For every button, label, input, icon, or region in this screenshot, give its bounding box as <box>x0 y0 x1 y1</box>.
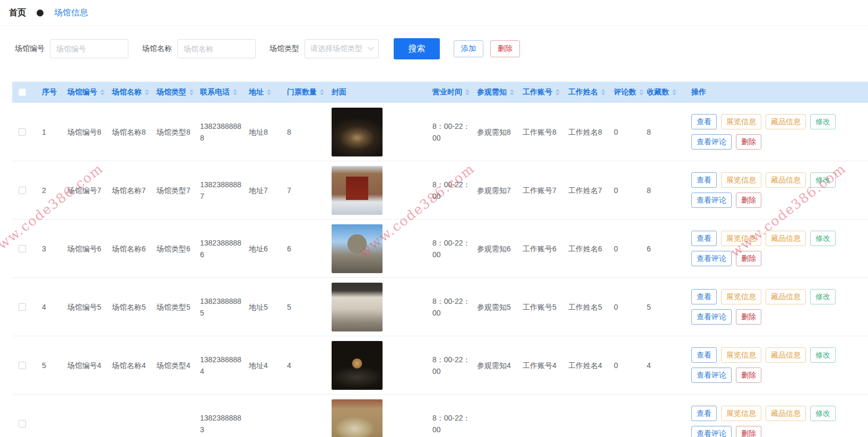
header-favorites[interactable]: 收藏数 <box>640 88 685 97</box>
cell-venue-no: 场馆编号4 <box>61 360 106 371</box>
cell-venue-name: 场馆名称8 <box>106 126 150 138</box>
venue-name-input[interactable] <box>177 39 256 58</box>
view-comments-button[interactable]: 查看评论 <box>691 309 732 325</box>
exhibition-info-button[interactable]: 展览信息 <box>721 289 761 304</box>
sort-icon[interactable] <box>233 89 237 95</box>
exhibition-info-button[interactable]: 展览信息 <box>721 231 761 246</box>
view-comments-button[interactable]: 查看评论 <box>691 251 732 266</box>
row-checkbox[interactable] <box>19 303 26 311</box>
cell-address: 地址6 <box>242 243 281 255</box>
breadcrumb: 首页 场馆信息 <box>0 0 868 26</box>
cell-hours: 8：00-22：00 <box>426 295 471 319</box>
exhibition-info-button[interactable]: 展览信息 <box>721 347 761 363</box>
view-button[interactable]: 查看 <box>691 406 717 421</box>
view-button[interactable]: 查看 <box>691 289 717 304</box>
header-account[interactable]: 工作账号 <box>516 88 562 97</box>
sort-icon[interactable] <box>465 89 470 95</box>
breadcrumb-current-link[interactable]: 场馆信息 <box>54 7 88 19</box>
row-checkbox[interactable] <box>19 187 26 194</box>
delete-button[interactable]: 删除 <box>736 309 761 325</box>
cell-venue-no: 场馆编号7 <box>61 185 106 196</box>
header-venue-no[interactable]: 场馆编号 <box>61 88 106 97</box>
view-comments-button[interactable]: 查看评论 <box>691 134 732 150</box>
view-button[interactable]: 查看 <box>691 172 717 188</box>
cell-comments: 0 <box>607 360 640 371</box>
venue-no-input[interactable] <box>50 39 128 58</box>
edit-button[interactable]: 修改 <box>810 347 836 363</box>
header-hours[interactable]: 营业时间 <box>426 88 471 97</box>
sort-icon[interactable] <box>510 89 514 95</box>
edit-button[interactable]: 修改 <box>810 231 836 246</box>
row-checkbox[interactable] <box>19 362 26 369</box>
delete-button[interactable]: 删除 <box>736 193 761 208</box>
venue-type-select[interactable]: 请选择场馆类型 <box>305 39 379 58</box>
delete-button[interactable]: 删除 <box>736 368 761 383</box>
exhibition-info-button[interactable]: 展览信息 <box>721 406 761 421</box>
cover-image <box>332 108 383 156</box>
header-phone[interactable]: 联系电话 <box>194 88 242 97</box>
exhibition-info-button[interactable]: 展览信息 <box>721 114 761 129</box>
sort-icon[interactable] <box>145 89 149 95</box>
view-button[interactable]: 查看 <box>691 347 717 363</box>
row-checkbox[interactable] <box>19 420 26 427</box>
cell-favorites: 4 <box>640 360 685 371</box>
header-comments[interactable]: 评论数 <box>607 88 640 97</box>
cell-phone: 13823888884 <box>194 354 242 377</box>
add-button[interactable]: 添加 <box>454 40 483 57</box>
delete-selected-button[interactable]: 删除 <box>490 40 520 57</box>
view-comments-button[interactable]: 查看评论 <box>691 193 732 208</box>
edit-button[interactable]: 修改 <box>810 114 836 129</box>
row-checkbox[interactable] <box>19 128 26 136</box>
sort-icon[interactable] <box>672 89 676 95</box>
row-checkbox[interactable] <box>19 245 26 252</box>
header-cover: 封面 <box>325 88 426 97</box>
edit-button[interactable]: 修改 <box>810 172 836 188</box>
cell-hours: 8：00-22：00 <box>426 354 471 377</box>
cell-account: 工作账号8 <box>516 126 562 138</box>
cell-favorites: 8 <box>640 185 685 196</box>
cell-venue-type: 场馆类型6 <box>150 243 194 255</box>
search-button[interactable]: 搜索 <box>394 38 440 59</box>
collection-info-button[interactable]: 藏品信息 <box>766 231 806 246</box>
header-tickets[interactable]: 门票数量 <box>281 88 325 97</box>
cell-staff-name: 工作姓名5 <box>562 301 607 313</box>
venue-type-label: 场馆类型 <box>270 44 299 54</box>
delete-button[interactable]: 删除 <box>736 134 761 150</box>
sort-icon[interactable] <box>267 89 271 95</box>
header-notice[interactable]: 参观需知 <box>471 88 516 97</box>
sort-icon[interactable] <box>100 89 105 95</box>
sort-icon[interactable] <box>555 89 560 95</box>
delete-button[interactable]: 删除 <box>736 251 761 266</box>
header-venue-name[interactable]: 场馆名称 <box>106 88 150 97</box>
cell-venue-no: 场馆编号6 <box>61 243 106 255</box>
sort-icon[interactable] <box>601 89 605 95</box>
sort-icon[interactable] <box>189 89 194 95</box>
cell-account: 工作账号4 <box>516 360 562 371</box>
cover-image <box>332 224 383 273</box>
delete-button[interactable]: 删除 <box>736 426 761 437</box>
edit-button[interactable]: 修改 <box>810 406 836 421</box>
cover-image <box>332 283 383 331</box>
cell-index: 1 <box>36 126 61 138</box>
edit-button[interactable]: 修改 <box>810 289 836 304</box>
header-venue-type[interactable]: 场馆类型 <box>150 88 194 97</box>
collection-info-button[interactable]: 藏品信息 <box>766 289 806 304</box>
table-row: 4 场馆编号5 场馆名称5 场馆类型5 13823888885 地址5 5 8：… <box>12 278 868 336</box>
view-button[interactable]: 查看 <box>691 114 717 129</box>
collection-info-button[interactable]: 藏品信息 <box>766 114 806 129</box>
cell-index: 4 <box>36 301 61 313</box>
exhibition-info-button[interactable]: 展览信息 <box>721 172 761 188</box>
select-all-checkbox[interactable] <box>19 89 26 96</box>
header-actions: 操作 <box>685 88 868 97</box>
sort-icon[interactable] <box>320 89 324 95</box>
view-comments-button[interactable]: 查看评论 <box>691 368 732 383</box>
cell-staff-name: 工作姓名4 <box>562 360 607 371</box>
collection-info-button[interactable]: 藏品信息 <box>766 406 806 421</box>
collection-info-button[interactable]: 藏品信息 <box>766 347 806 363</box>
view-button[interactable]: 查看 <box>691 231 717 246</box>
cell-tickets: 5 <box>281 301 325 313</box>
view-comments-button[interactable]: 查看评论 <box>691 426 732 437</box>
header-address[interactable]: 地址 <box>242 88 281 97</box>
collection-info-button[interactable]: 藏品信息 <box>766 172 806 188</box>
header-staff-name[interactable]: 工作姓名 <box>562 88 607 97</box>
